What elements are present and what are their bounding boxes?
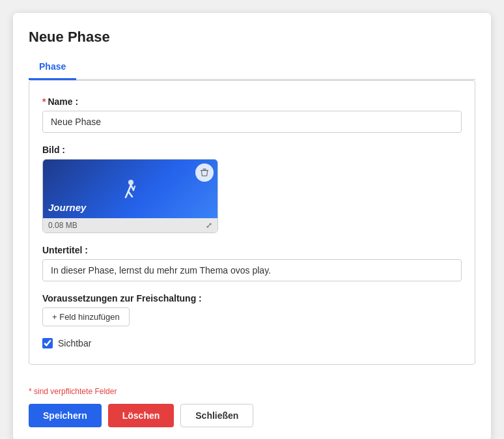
image-preview-wrap: Journey 0.08 MB ⤢ bbox=[42, 159, 218, 233]
svg-rect-6 bbox=[201, 170, 208, 171]
svg-line-5 bbox=[133, 186, 135, 190]
close-button[interactable]: Schließen bbox=[180, 404, 253, 427]
image-delete-button[interactable] bbox=[195, 163, 214, 182]
modal-container: Neue Phase Phase *Name : Bild : bbox=[13, 13, 491, 439]
visible-row: Sichtbar bbox=[42, 338, 462, 348]
form-footer: * sind verpflichtete Felder Speichern Lö… bbox=[29, 378, 475, 427]
subtitle-field-group: Untertitel : bbox=[42, 245, 462, 281]
name-label: *Name : bbox=[42, 96, 462, 107]
image-label: Bild : bbox=[42, 145, 462, 155]
subtitle-label: Untertitel : bbox=[42, 245, 462, 255]
collapse-icon[interactable]: ⤢ bbox=[206, 221, 212, 230]
tab-bar: Phase bbox=[29, 56, 475, 80]
save-button[interactable]: Speichern bbox=[29, 404, 102, 427]
name-required-star: * bbox=[42, 96, 46, 107]
hiking-icon bbox=[118, 176, 144, 202]
image-field-group: Bild : Journey bbox=[42, 145, 462, 233]
name-input[interactable] bbox=[42, 111, 462, 133]
form-card: *Name : Bild : bbox=[29, 80, 475, 365]
name-field-group: *Name : bbox=[42, 96, 462, 133]
image-overlay-text: Journey bbox=[48, 202, 86, 213]
subtitle-input[interactable] bbox=[42, 259, 462, 281]
prerequisites-label: Voraussetzungen zur Freischaltung : bbox=[42, 293, 462, 304]
svg-rect-7 bbox=[203, 169, 206, 169]
image-preview-footer: 0.08 MB ⤢ bbox=[43, 218, 217, 233]
svg-line-3 bbox=[128, 191, 132, 197]
required-note: * sind verpflichtete Felder bbox=[29, 387, 475, 396]
footer-buttons: Speichern Löschen Schließen bbox=[29, 404, 475, 427]
delete-button[interactable]: Löschen bbox=[108, 404, 175, 427]
tab-phase[interactable]: Phase bbox=[29, 56, 76, 80]
add-field-button[interactable]: + Feld hinzufügen bbox=[42, 307, 130, 326]
trash-icon bbox=[200, 168, 209, 177]
visible-label: Sichtbar bbox=[58, 338, 91, 348]
prerequisites-field-group: Voraussetzungen zur Freischaltung : + Fe… bbox=[42, 293, 462, 326]
visible-checkbox[interactable] bbox=[42, 338, 53, 348]
image-size: 0.08 MB bbox=[48, 221, 77, 230]
svg-line-2 bbox=[126, 191, 128, 197]
modal-title: Neue Phase bbox=[29, 29, 475, 46]
